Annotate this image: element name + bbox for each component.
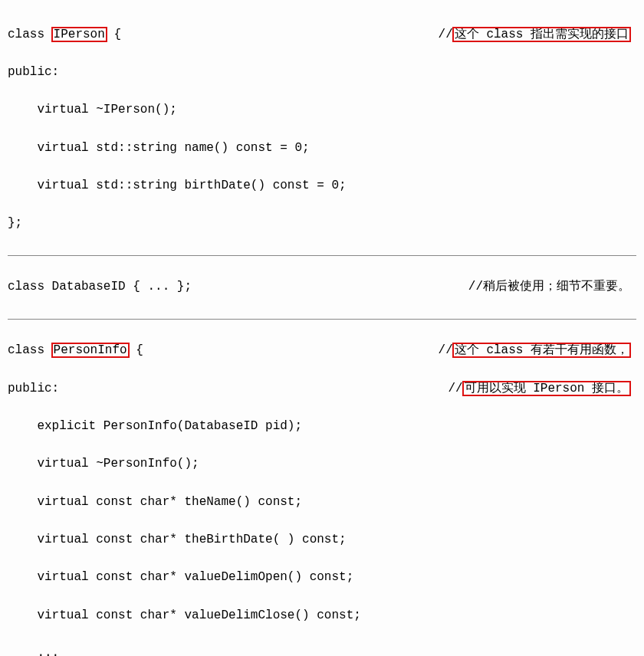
code-line: class DatabaseID { ... };//稍后被使用；细节不重要。	[8, 277, 636, 297]
code-line: virtual const char* valueDelimOpen() con…	[8, 568, 636, 587]
code-line: public:	[8, 63, 636, 82]
highlight-iperson: IPerson	[52, 28, 107, 41]
highlight-comment: 可用以实现 IPerson 接口。	[463, 382, 630, 395]
code-line: virtual ~IPerson();	[8, 100, 636, 120]
code-text: public:	[8, 382, 59, 395]
code-line: explicit PersonInfo(DatabaseID pid);	[8, 417, 636, 436]
highlight-personinfo: PersonInfo	[52, 343, 129, 357]
code-line: virtual std::string birthDate() const = …	[8, 176, 636, 195]
code-line: public://可用以实现 IPerson 接口。	[8, 379, 636, 399]
code-line: ...	[8, 644, 636, 656]
code-text: class DatabaseID { ... };	[8, 280, 192, 294]
code-line: virtual const char* theName() const;	[8, 493, 636, 512]
separator	[8, 319, 636, 320]
code-line: class IPerson {//这个 class 指出需实现的接口	[8, 25, 636, 44]
comment: //这个 class 有若干有用函数，	[439, 341, 630, 360]
code-text: class	[8, 28, 52, 41]
code-line: };	[8, 214, 636, 233]
comment-slash: //	[439, 343, 453, 357]
code-text: class	[8, 343, 52, 357]
code-text: {	[129, 343, 143, 357]
highlight-comment: 这个 class 有若干有用函数，	[453, 343, 630, 357]
code-line: virtual const char* theBirthDate( ) cons…	[8, 530, 636, 549]
comment: //这个 class 指出需实现的接口	[439, 25, 630, 44]
code-line: virtual const char* valueDelimClose() co…	[8, 606, 636, 625]
comment: //可用以实现 IPerson 接口。	[448, 379, 630, 399]
comment-slash: //	[439, 28, 453, 41]
comment: //稍后被使用；细节不重要。	[468, 277, 630, 297]
comment-slash: //	[448, 382, 462, 395]
code-line: virtual std::string name() const = 0;	[8, 139, 636, 158]
code-block: class IPerson {//这个 class 指出需实现的接口 publi…	[0, 0, 644, 656]
code-text: {	[107, 28, 121, 41]
code-line: class PersonInfo {//这个 class 有若干有用函数，	[8, 341, 636, 360]
code-line: virtual ~PersonInfo();	[8, 454, 636, 474]
highlight-comment: 这个 class 指出需实现的接口	[453, 28, 630, 41]
separator	[8, 255, 636, 256]
